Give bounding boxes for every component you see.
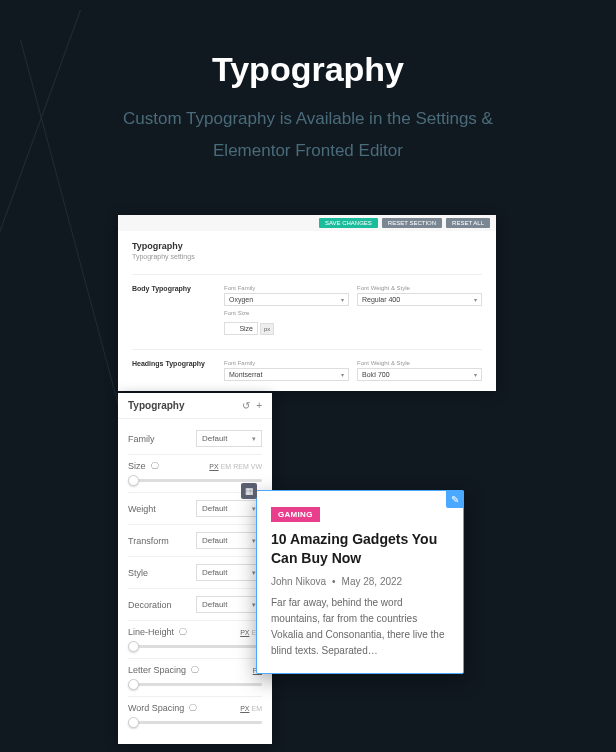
font-weight-select[interactable]: Regular 400 bbox=[357, 293, 482, 306]
reset-section-button[interactable]: RESET SECTION bbox=[382, 218, 442, 228]
unit-em[interactable]: EM bbox=[252, 705, 263, 712]
font-family-select[interactable]: Oxygen bbox=[224, 293, 349, 306]
headings-typography-label: Headings Typography bbox=[132, 360, 224, 381]
slider-knob[interactable] bbox=[128, 679, 139, 690]
family-label: Family bbox=[128, 434, 155, 444]
font-weight-value: Bold 700 bbox=[362, 371, 390, 378]
edit-icon[interactable]: ✎ bbox=[446, 490, 464, 508]
slider-knob[interactable] bbox=[128, 475, 139, 486]
responsive-icon[interactable]: 🖵 bbox=[191, 666, 199, 675]
style-row: Style Default bbox=[128, 557, 262, 589]
page-subtitle: Custom Typography is Available in the Se… bbox=[0, 103, 616, 168]
font-size-unit[interactable]: px bbox=[260, 323, 274, 335]
add-icon[interactable]: + bbox=[256, 400, 262, 411]
post-date: May 28, 2022 bbox=[342, 576, 403, 587]
size-slider[interactable] bbox=[128, 479, 262, 482]
letterspacing-label: Letter Spacing🖵 bbox=[128, 665, 199, 675]
responsive-icon[interactable]: 🖵 bbox=[179, 628, 187, 637]
style-select[interactable]: Default bbox=[196, 564, 262, 581]
wordspacing-label: Word Spacing🖵 bbox=[128, 703, 197, 713]
lineheight-label: Line-Height🖵 bbox=[128, 627, 187, 637]
lineheight-row: Line-Height🖵 PX EM bbox=[128, 621, 262, 659]
slider-knob[interactable] bbox=[128, 717, 139, 728]
decoration-row: Decoration Default bbox=[128, 589, 262, 621]
unit-px[interactable]: PX bbox=[209, 463, 218, 470]
family-select[interactable]: Default bbox=[196, 430, 262, 447]
font-size-input[interactable]: Size bbox=[224, 322, 258, 335]
save-changes-button[interactable]: SAVE CHANGES bbox=[319, 218, 378, 228]
font-family-select[interactable]: Montserrat bbox=[224, 368, 349, 381]
decoration-select[interactable]: Default bbox=[196, 596, 262, 613]
style-label: Style bbox=[128, 568, 148, 578]
body-typography-label: Body Typography bbox=[132, 285, 224, 335]
lineheight-slider[interactable] bbox=[128, 645, 262, 648]
weight-select[interactable]: Default bbox=[196, 500, 262, 517]
drag-handle-icon[interactable]: ▦ bbox=[241, 483, 257, 499]
preview-card[interactable]: ▦ ✎ GAMING 10 Amazing Gadgets You Can Bu… bbox=[256, 490, 464, 674]
reset-all-button[interactable]: RESET ALL bbox=[446, 218, 490, 228]
undo-icon[interactable]: ↺ bbox=[242, 400, 250, 411]
font-weight-label: Font Weight & Style bbox=[357, 285, 482, 291]
weight-label: Weight bbox=[128, 504, 156, 514]
family-value: Default bbox=[202, 434, 227, 443]
card-meta: John Nikova • May 28, 2022 bbox=[271, 576, 449, 587]
settings-section-subtitle: Typography settings bbox=[132, 253, 482, 260]
unit-em[interactable]: EM bbox=[221, 463, 232, 470]
decoration-value: Default bbox=[202, 600, 227, 609]
letterspacing-slider[interactable] bbox=[128, 683, 262, 686]
responsive-icon[interactable]: 🖵 bbox=[151, 462, 159, 471]
font-family-value: Montserrat bbox=[229, 371, 262, 378]
headings-typography-row: Headings Typography Font Family Montserr… bbox=[132, 349, 482, 381]
settings-section-title: Typography bbox=[132, 241, 482, 251]
weight-value: Default bbox=[202, 504, 227, 513]
typography-settings-panel: SAVE CHANGES RESET SECTION RESET ALL Typ… bbox=[118, 215, 496, 391]
size-label: Size🖵 bbox=[128, 461, 159, 471]
elementor-panel-header: Typography ↺ + bbox=[118, 393, 272, 419]
page-title: Typography bbox=[0, 0, 616, 89]
style-value: Default bbox=[202, 568, 227, 577]
settings-toolbar: SAVE CHANGES RESET SECTION RESET ALL bbox=[118, 215, 496, 231]
family-row: Family Default bbox=[128, 423, 262, 455]
font-family-value: Oxygen bbox=[229, 296, 253, 303]
author-name: John Nikova bbox=[271, 576, 326, 587]
transform-row: Transform Default bbox=[128, 525, 262, 557]
wordspacing-slider[interactable] bbox=[128, 721, 262, 724]
font-family-label: Font Family bbox=[224, 360, 349, 366]
elementor-typography-panel: Typography ↺ + Family Default Size🖵 PX E… bbox=[118, 393, 272, 744]
body-typography-row: Body Typography Font Family Oxygen Font … bbox=[132, 274, 482, 335]
card-excerpt: Far far away, behind the word mountains,… bbox=[271, 595, 449, 659]
subtitle-line-2: Elementor Fronted Editor bbox=[213, 141, 403, 160]
font-weight-value: Regular 400 bbox=[362, 296, 400, 303]
slider-knob[interactable] bbox=[128, 641, 139, 652]
card-title: 10 Amazing Gadgets You Can Buy Now bbox=[271, 530, 449, 568]
category-badge[interactable]: GAMING bbox=[271, 507, 320, 522]
decoration-label: Decoration bbox=[128, 600, 172, 610]
unit-px[interactable]: PX bbox=[240, 705, 249, 712]
transform-label: Transform bbox=[128, 536, 169, 546]
wordspacing-row: Word Spacing🖵 PX EM bbox=[128, 697, 262, 734]
transform-select[interactable]: Default bbox=[196, 532, 262, 549]
unit-vw[interactable]: VW bbox=[251, 463, 262, 470]
responsive-icon[interactable]: 🖵 bbox=[189, 704, 197, 713]
separator-dot: • bbox=[332, 576, 336, 587]
letterspacing-row: Letter Spacing🖵 PX bbox=[128, 659, 262, 697]
unit-rem[interactable]: REM bbox=[233, 463, 249, 470]
font-family-label: Font Family bbox=[224, 285, 349, 291]
font-size-label: Font Size bbox=[224, 310, 349, 316]
font-weight-label: Font Weight & Style bbox=[357, 360, 482, 366]
unit-px[interactable]: PX bbox=[240, 629, 249, 636]
subtitle-line-1: Custom Typography is Available in the Se… bbox=[123, 109, 493, 128]
font-weight-select[interactable]: Bold 700 bbox=[357, 368, 482, 381]
transform-value: Default bbox=[202, 536, 227, 545]
elementor-panel-title: Typography bbox=[128, 400, 184, 411]
